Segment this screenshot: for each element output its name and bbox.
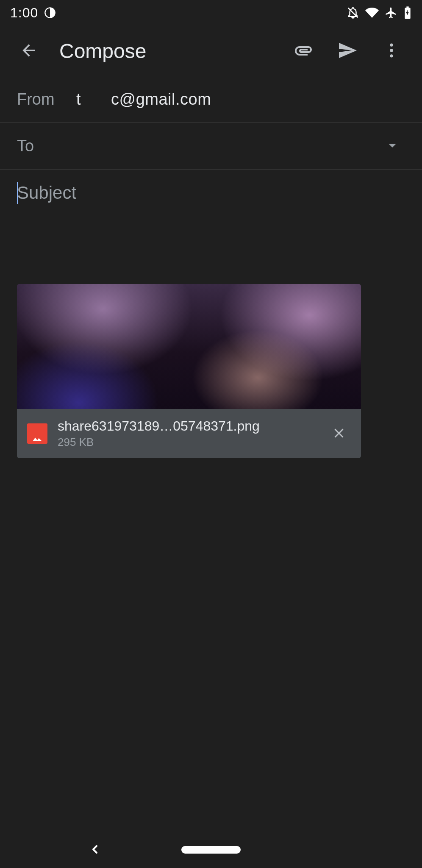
subject-input[interactable] — [17, 183, 405, 203]
to-field[interactable]: To — [0, 123, 422, 170]
battery-charging-icon — [403, 6, 412, 19]
close-icon — [331, 426, 347, 442]
attachment-icon — [293, 40, 314, 62]
attach-button[interactable] — [282, 30, 325, 72]
expand-recipients-button[interactable] — [380, 134, 405, 159]
subject-row[interactable] — [0, 170, 422, 216]
svg-rect-2 — [406, 6, 408, 8]
from-field[interactable]: From t c@gmail.com — [0, 76, 422, 123]
send-button[interactable] — [326, 30, 369, 72]
status-right — [347, 6, 412, 19]
arrow-back-icon — [19, 41, 38, 61]
wifi-icon — [365, 6, 379, 19]
app-bar: Compose — [0, 25, 422, 76]
compose-body-area[interactable] — [0, 216, 422, 275]
airplane-mode-icon — [385, 6, 397, 19]
remove-attachment-button[interactable] — [327, 422, 351, 445]
chevron-down-icon — [384, 137, 401, 155]
system-back-button[interactable] — [85, 840, 105, 860]
app-indicator-icon — [44, 7, 56, 19]
attachment-filesize: 295 KB — [58, 436, 317, 449]
page-title: Compose — [59, 39, 282, 63]
status-time: 1:00 — [10, 5, 38, 21]
home-indicator[interactable] — [181, 846, 241, 854]
status-bar: 1:00 — [0, 0, 422, 25]
system-nav-bar — [0, 832, 422, 868]
from-value: t c@gmail.com — [76, 90, 405, 108]
chevron-left-icon — [88, 843, 102, 857]
from-label: From — [17, 90, 76, 108]
attachment-preview — [17, 284, 361, 409]
text-cursor — [17, 182, 18, 204]
image-file-icon — [27, 423, 47, 444]
action-group — [282, 30, 413, 72]
attachment-card[interactable]: share631973189…05748371.png 295 KB — [17, 284, 361, 458]
status-left: 1:00 — [10, 5, 56, 21]
to-label: To — [17, 137, 76, 155]
svg-point-5 — [390, 54, 393, 57]
body-input[interactable] — [17, 229, 405, 247]
svg-point-4 — [390, 49, 393, 52]
notifications-off-icon — [347, 6, 359, 19]
attachment-info: share631973189…05748371.png 295 KB — [17, 409, 361, 458]
attachment-filename: share631973189…05748371.png — [58, 418, 317, 434]
svg-point-3 — [390, 43, 393, 46]
send-icon — [337, 40, 358, 62]
more-options-button[interactable] — [370, 30, 413, 72]
attachment-text: share631973189…05748371.png 295 KB — [58, 418, 317, 449]
back-button[interactable] — [8, 30, 50, 72]
more-vert-icon — [382, 41, 401, 61]
